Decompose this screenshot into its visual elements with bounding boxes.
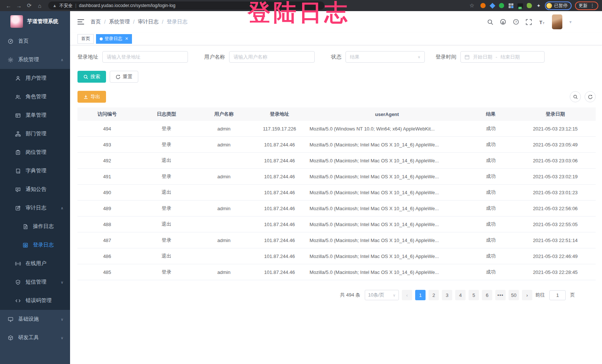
status-select[interactable]: 结果 ∨ <box>345 51 425 63</box>
sidebar-item-menus[interactable]: 菜单管理 <box>0 106 70 125</box>
extension-icon-grid[interactable] <box>508 3 514 9</box>
tab-login-log[interactable]: 登录日志 ✕ <box>96 34 132 44</box>
goto-unit: 页 <box>570 292 575 298</box>
github-icon[interactable] <box>500 19 506 25</box>
username-input[interactable] <box>229 51 315 63</box>
extension-icon-diamond[interactable] <box>489 3 495 9</box>
sidebar-item-users[interactable]: 用户管理 <box>0 69 70 87</box>
sidebar-item-error-codes[interactable]: 错误码管理 <box>0 291 70 310</box>
sidebar-item-notices[interactable]: 通知公告 <box>0 180 70 199</box>
table-row[interactable]: 491登录admin101.87.244.46Mozilla/5.0 (Maci… <box>77 169 596 185</box>
page-button-50[interactable]: 50 <box>509 290 519 300</box>
extension-icon-green[interactable] <box>499 3 505 9</box>
chevron-down-icon[interactable]: ▼ <box>569 20 572 24</box>
page-size-select[interactable]: 10条/页 ∨ <box>365 290 399 300</box>
sidebar-item-dev-tools[interactable]: 研发工具 ∨ <box>0 328 70 347</box>
extension-icon-puzzle[interactable]: ✦ <box>536 3 542 9</box>
security-label[interactable]: 不安全 <box>59 3 73 9</box>
col-header-date[interactable]: 登录日期 <box>515 111 596 118</box>
svg-text:?: ? <box>515 20 517 24</box>
search-icon[interactable] <box>487 19 493 25</box>
page-button-5[interactable]: 5 <box>469 290 479 300</box>
breadcrumb: 首页 / 系统管理 / 审计日志 / 登录日志 <box>90 19 188 25</box>
page-button-6[interactable]: 6 <box>482 290 492 300</box>
sidebar-item-infrastructure[interactable]: 基础设施 ∨ <box>0 310 70 328</box>
sidebar-item-audit-log[interactable]: 审计日志 ∧ <box>0 199 70 217</box>
sidebar-item-posts[interactable]: 岗位管理 <box>0 143 70 162</box>
refresh-icon <box>116 75 120 79</box>
extension-icon-orange[interactable] <box>480 3 486 9</box>
breadcrumb-audit[interactable]: 审计日志 <box>138 19 159 25</box>
address-label: 登录地址 <box>77 54 98 60</box>
page-button-1[interactable]: 1 <box>415 290 426 300</box>
profile-paused-chip[interactable]: 已暂停 <box>545 1 572 10</box>
sidebar-item-online-users[interactable]: 在线用户 <box>0 254 70 273</box>
browser-forward-icon[interactable]: → <box>14 1 24 10</box>
status-label: 状态 <box>331 54 341 60</box>
start-date-placeholder[interactable]: 开始日期 <box>473 54 492 60</box>
table-row[interactable]: 488退出101.87.244.46Mozilla/5.0 (Macintosh… <box>77 216 596 232</box>
sidebar-item-label: 部门管理 <box>26 130 46 137</box>
bookmark-star-icon[interactable]: ☆ <box>467 1 477 10</box>
export-button[interactable]: 导出 <box>77 91 106 103</box>
user-avatar[interactable] <box>552 14 562 29</box>
extension-icon-list[interactable]: on <box>517 3 523 9</box>
table-row[interactable]: 493登录admin101.87.244.46Mozilla/5.0 (Maci… <box>77 137 596 153</box>
sidebar-item-roles[interactable]: 角色管理 <box>0 87 70 106</box>
search-button[interactable]: 搜索 <box>77 71 106 83</box>
browser-back-icon[interactable]: ← <box>4 1 13 10</box>
app-logo[interactable]: 芋道管理系统 <box>0 11 70 32</box>
address-bar[interactable]: ▲ 不安全 | dashboard.yudao.iocoder.cn/syste… <box>48 1 324 10</box>
sidebar-item-dictionary[interactable]: 字典管理 <box>0 162 70 180</box>
goto-page-input[interactable] <box>549 290 566 300</box>
col-header-ua[interactable]: userAgent <box>307 112 467 117</box>
extension-icon-leaf[interactable] <box>526 3 532 9</box>
url-text[interactable]: dashboard.yudao.iocoder.cn/system/log/lo… <box>79 3 175 8</box>
sidebar-item-sms[interactable]: 短信管理 ∨ <box>0 273 70 291</box>
end-date-placeholder[interactable]: 结束日期 <box>500 54 520 60</box>
refresh-table-button[interactable] <box>585 91 596 102</box>
sidebar-collapse-icon[interactable] <box>77 19 84 24</box>
more-pages-button[interactable]: ••• <box>495 290 506 300</box>
page-button-2[interactable]: 2 <box>429 290 439 300</box>
tab-home[interactable]: 首页 <box>77 34 94 44</box>
prev-page-button[interactable]: ‹ <box>402 290 412 300</box>
fullscreen-icon[interactable] <box>526 19 532 25</box>
table-row[interactable]: 485登录admin101.87.244.46Mozilla/5.0 (Maci… <box>77 264 596 280</box>
page-button-4[interactable]: 4 <box>455 290 466 300</box>
table-row[interactable]: 490退出101.87.244.46Mozilla/5.0 (Macintosh… <box>77 185 596 201</box>
browser-menu-icon[interactable]: ⋮ <box>590 3 595 8</box>
table-row[interactable]: 489登录admin101.87.244.46Mozilla/5.0 (Maci… <box>77 201 596 216</box>
font-size-icon[interactable]: TT <box>538 19 546 25</box>
sidebar-item-login-log[interactable]: 登录日志 <box>0 236 70 254</box>
help-icon[interactable]: ? <box>513 19 519 25</box>
browser-home-icon[interactable]: ⌂ <box>35 1 44 10</box>
table-row[interactable]: 492退出101.87.244.46Mozilla/5.0 (Macintosh… <box>77 153 596 169</box>
breadcrumb-system[interactable]: 系统管理 <box>109 19 130 25</box>
close-icon[interactable]: ✕ <box>125 36 128 41</box>
sidebar-item-system[interactable]: 系统管理 ∧ <box>0 50 70 69</box>
page-button-3[interactable]: 3 <box>442 290 452 300</box>
chevron-down-icon: ∨ <box>61 280 63 284</box>
breadcrumb-home[interactable]: 首页 <box>90 19 101 25</box>
sidebar-item-operation-log[interactable]: 操作日志 <box>0 217 70 236</box>
col-header-ip[interactable]: 登录地址 <box>252 111 307 118</box>
table-row[interactable]: 494登录admin117.159.17.226Mozilla/5.0 (Win… <box>77 121 596 137</box>
sidebar-item-departments[interactable]: 部门管理 <box>0 125 70 143</box>
address-input[interactable] <box>102 51 188 63</box>
col-header-id[interactable]: 访问编号 <box>77 111 137 118</box>
table-row[interactable]: 486退出101.87.244.46Mozilla/5.0 (Macintosh… <box>77 248 596 264</box>
date-range-picker[interactable]: 开始日期 - 结束日期 <box>460 51 545 63</box>
toggle-search-button[interactable] <box>570 91 581 102</box>
refresh-icon <box>588 95 593 99</box>
table-row[interactable]: 487登录admin101.87.244.46Mozilla/5.0 (Maci… <box>77 232 596 248</box>
col-header-result[interactable]: 结果 <box>467 111 515 118</box>
reset-button[interactable]: 重置 <box>110 71 138 83</box>
browser-reload-icon[interactable]: ⟳ <box>24 1 34 10</box>
sidebar-item-home[interactable]: 首页 <box>0 32 70 50</box>
login-time-label: 登录时间 <box>436 54 456 60</box>
browser-update-button[interactable]: 更新 ⋮ <box>575 1 598 10</box>
col-header-type[interactable]: 日志类型 <box>137 111 196 118</box>
col-header-user[interactable]: 用户名称 <box>196 111 252 118</box>
next-page-button[interactable]: › <box>522 290 532 300</box>
